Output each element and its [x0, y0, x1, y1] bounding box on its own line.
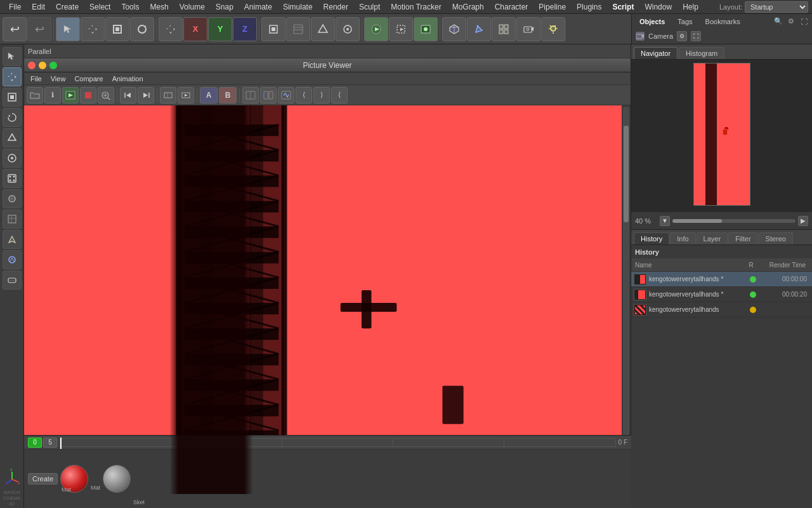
pv-menu-compare[interactable]: Compare [70, 74, 107, 83]
pv-channel-btn-1[interactable] [242, 87, 259, 104]
move-tool-left[interactable] [3, 67, 22, 86]
gear-icon-btn[interactable]: ⚙ [785, 16, 797, 27]
scale-tool-button[interactable] [105, 17, 129, 41]
tab-histogram[interactable]: Histogram [679, 47, 724, 59]
select-tool-left[interactable] [3, 47, 22, 66]
zoom-slider[interactable] [672, 219, 796, 223]
pv-zoomfit-btn[interactable] [98, 87, 114, 104]
menu-help[interactable]: Help [678, 1, 704, 13]
spline-tool-left[interactable] [3, 250, 22, 269]
pv-back-btn[interactable] [120, 87, 136, 104]
menu-plugins[interactable]: Plugins [572, 1, 606, 13]
menu-tools[interactable]: Tools [116, 1, 144, 13]
y-axis-button[interactable]: Y [208, 17, 232, 41]
pv-channel-btn-6[interactable]: ⟨ [331, 87, 348, 104]
menu-sculpt[interactable]: Sculpt [354, 1, 385, 13]
menu-window[interactable]: Window [639, 1, 677, 13]
camera-btn[interactable] [516, 17, 540, 41]
pv-vscroll-thumb[interactable] [624, 126, 629, 222]
pv-frame-next-btn[interactable] [178, 87, 194, 104]
pv-channel-btn-3[interactable] [278, 87, 294, 104]
menu-motion-tracker[interactable]: Motion Tracker [386, 1, 446, 13]
scale-tool-left[interactable] [3, 88, 22, 107]
menu-mograph[interactable]: MoGraph [447, 1, 489, 13]
tab-layer[interactable]: Layer [697, 232, 728, 244]
pv-channel-b-btn[interactable]: B [219, 87, 237, 104]
sculpt-tool-left[interactable] [3, 230, 22, 249]
search-icon-btn[interactable]: 🔍 [773, 16, 784, 27]
pv-menu-file[interactable]: File [27, 74, 46, 83]
z-axis-button[interactable]: Z [233, 17, 257, 41]
pv-stop-btn[interactable] [80, 87, 96, 104]
camera-expand-btn[interactable]: ⛶ [691, 31, 701, 41]
rotate-tool-left[interactable] [3, 108, 22, 127]
grid-btn[interactable] [492, 17, 516, 41]
pv-menu-view[interactable]: View [47, 74, 70, 83]
move-tool-button[interactable] [81, 17, 105, 41]
pv-render-btn[interactable] [62, 87, 79, 104]
pv-frame-prev-btn[interactable] [160, 87, 176, 104]
tab-filter[interactable]: Filter [728, 232, 757, 244]
tab-objects[interactable]: Objects [634, 17, 670, 27]
pv-open-btn[interactable] [27, 87, 43, 104]
menu-animate[interactable]: Animate [239, 1, 277, 13]
menu-file[interactable]: File [4, 1, 26, 13]
menu-select[interactable]: Select [84, 1, 115, 13]
menu-script[interactable]: Script [607, 1, 639, 13]
history-row-2[interactable]: kengotowerverytallhands * 00:00:20 [631, 287, 812, 302]
transform-button[interactable] [159, 17, 183, 41]
paint-tool-left[interactable] [3, 189, 22, 208]
pv-forward-btn[interactable] [138, 87, 154, 104]
tab-navigator[interactable]: Navigator [634, 47, 678, 59]
menu-pipeline[interactable]: Pipeline [534, 1, 571, 13]
render-btn[interactable] [364, 17, 388, 41]
menu-create[interactable]: Create [51, 1, 84, 13]
mode-btn-1[interactable] [286, 17, 310, 41]
pv-channel-btn-2[interactable] [260, 87, 277, 104]
render-region-btn[interactable] [389, 17, 413, 41]
camera-settings-btn[interactable]: ⚙ [677, 31, 687, 41]
menu-render[interactable]: Render [318, 1, 353, 13]
cube-btn[interactable] [442, 17, 466, 41]
redo-button[interactable]: ↩ [27, 17, 51, 41]
pv-channel-a-btn[interactable]: A [200, 87, 218, 104]
picture-viewer-btn[interactable] [414, 17, 438, 41]
pv-channel-btn-5[interactable]: ⟩ [313, 87, 330, 104]
pv-menu-animation[interactable]: Animation [108, 74, 147, 83]
select-tool-button[interactable] [56, 17, 80, 41]
tab-stereo[interactable]: Stereo [759, 232, 793, 244]
mode-btn-2[interactable] [311, 17, 335, 41]
light-btn[interactable] [541, 17, 565, 41]
menu-snap[interactable]: Snap [211, 1, 239, 13]
pv-channel-btn-4[interactable]: ⟨ [296, 87, 312, 104]
point-tool-left[interactable] [3, 169, 22, 188]
material-item-1[interactable]: Mat [60, 465, 88, 493]
history-row-1[interactable]: kengotowerverytallhands * 00:00:00 [631, 272, 812, 287]
material-preview-gray[interactable] [103, 465, 131, 493]
undo-button[interactable]: ↩ [3, 17, 27, 41]
menu-volume[interactable]: Volume [174, 1, 210, 13]
zoom-decrease-btn[interactable]: ▼ [660, 216, 670, 226]
menu-edit[interactable]: Edit [27, 1, 50, 13]
x-axis-button[interactable]: X [183, 17, 207, 41]
object-mode-button[interactable] [261, 17, 285, 41]
menu-mesh[interactable]: Mesh [145, 1, 173, 13]
frame-end-input[interactable]: 5 [43, 438, 57, 448]
deform-tool-left[interactable] [3, 271, 22, 290]
frame-start-input[interactable]: 0 [28, 438, 42, 448]
menu-simulate[interactable]: Simulate [278, 1, 318, 13]
expand-icon-btn[interactable]: ⛶ [798, 16, 809, 27]
tab-info[interactable]: Info [670, 232, 695, 244]
create-btn[interactable]: Create [28, 473, 58, 485]
tab-bookmarks[interactable]: Bookmarks [700, 17, 745, 27]
menu-character[interactable]: Character [490, 1, 534, 13]
tab-history[interactable]: History [634, 232, 669, 244]
pen-btn[interactable] [467, 17, 491, 41]
timeline-scrubber[interactable] [60, 438, 616, 447]
layout-dropdown[interactable]: Startup [745, 1, 808, 13]
tab-tags[interactable]: Tags [672, 17, 697, 27]
minimize-btn[interactable] [39, 62, 46, 69]
polygon-tool-left[interactable] [3, 128, 22, 147]
rotate-tool-button[interactable] [130, 17, 154, 41]
pv-info-btn[interactable]: ℹ [44, 87, 61, 104]
